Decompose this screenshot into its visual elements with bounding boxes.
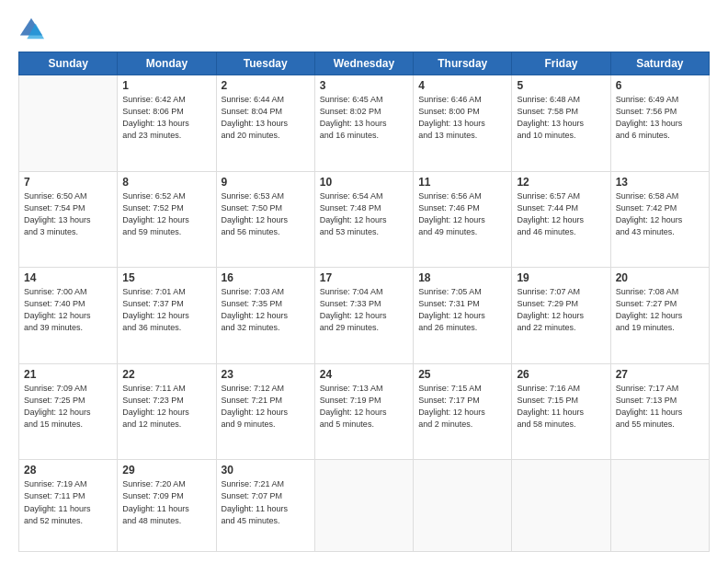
day-number: 14	[24, 271, 112, 284]
calendar-cell	[512, 460, 610, 552]
day-info: Sunrise: 6:48 AM Sunset: 7:58 PM Dayligh…	[517, 94, 605, 142]
calendar-cell: 17Sunrise: 7:04 AM Sunset: 7:33 PM Dayli…	[314, 268, 413, 364]
day-info: Sunrise: 6:52 AM Sunset: 7:52 PM Dayligh…	[122, 190, 210, 238]
day-number: 16	[222, 271, 310, 284]
day-number: 6	[616, 79, 704, 92]
day-number: 4	[418, 79, 506, 92]
calendar-cell: 16Sunrise: 7:03 AM Sunset: 7:35 PM Dayli…	[216, 268, 314, 364]
calendar-cell	[19, 75, 118, 172]
day-info: Sunrise: 6:49 AM Sunset: 7:56 PM Dayligh…	[616, 94, 704, 142]
calendar-cell: 13Sunrise: 6:58 AM Sunset: 7:42 PM Dayli…	[610, 171, 709, 268]
logo-icon	[18, 17, 44, 42]
day-info: Sunrise: 6:42 AM Sunset: 8:06 PM Dayligh…	[122, 94, 210, 142]
day-info: Sunrise: 7:07 AM Sunset: 7:29 PM Dayligh…	[517, 286, 605, 334]
day-number: 7	[24, 176, 112, 189]
day-info: Sunrise: 7:04 AM Sunset: 7:33 PM Dayligh…	[320, 286, 408, 334]
calendar-cell: 1Sunrise: 6:42 AM Sunset: 8:06 PM Daylig…	[118, 75, 216, 172]
calendar-cell: 7Sunrise: 6:50 AM Sunset: 7:54 PM Daylig…	[19, 171, 118, 268]
day-info: Sunrise: 6:56 AM Sunset: 7:46 PM Dayligh…	[418, 190, 506, 238]
calendar-cell: 29Sunrise: 7:20 AM Sunset: 7:09 PM Dayli…	[118, 460, 216, 552]
weekday-header: Sunday	[19, 52, 118, 75]
calendar-cell: 19Sunrise: 7:07 AM Sunset: 7:29 PM Dayli…	[512, 268, 610, 364]
calendar-cell: 26Sunrise: 7:16 AM Sunset: 7:15 PM Dayli…	[512, 363, 610, 460]
calendar-cell: 11Sunrise: 6:56 AM Sunset: 7:46 PM Dayli…	[414, 171, 512, 268]
day-number: 22	[122, 368, 210, 381]
day-number: 3	[320, 79, 408, 92]
logo	[18, 17, 48, 42]
day-info: Sunrise: 7:21 AM Sunset: 7:07 PM Dayligh…	[222, 478, 310, 526]
calendar-cell: 2Sunrise: 6:44 AM Sunset: 8:04 PM Daylig…	[216, 75, 314, 172]
day-info: Sunrise: 6:44 AM Sunset: 8:04 PM Dayligh…	[222, 94, 310, 142]
day-info: Sunrise: 7:15 AM Sunset: 7:17 PM Dayligh…	[418, 383, 506, 431]
calendar-cell: 30Sunrise: 7:21 AM Sunset: 7:07 PM Dayli…	[216, 460, 314, 552]
calendar-week-row: 21Sunrise: 7:09 AM Sunset: 7:25 PM Dayli…	[19, 363, 710, 460]
day-info: Sunrise: 7:00 AM Sunset: 7:40 PM Dayligh…	[24, 286, 112, 334]
day-number: 8	[122, 176, 210, 189]
calendar-cell: 28Sunrise: 7:19 AM Sunset: 7:11 PM Dayli…	[19, 460, 118, 552]
calendar-week-row: 14Sunrise: 7:00 AM Sunset: 7:40 PM Dayli…	[19, 268, 710, 364]
day-number: 12	[517, 176, 605, 189]
calendar-cell: 25Sunrise: 7:15 AM Sunset: 7:17 PM Dayli…	[414, 363, 512, 460]
calendar-cell: 4Sunrise: 6:46 AM Sunset: 8:00 PM Daylig…	[414, 75, 512, 172]
day-info: Sunrise: 6:57 AM Sunset: 7:44 PM Dayligh…	[517, 190, 605, 238]
day-number: 10	[320, 176, 408, 189]
day-number: 15	[122, 271, 210, 284]
calendar-cell: 9Sunrise: 6:53 AM Sunset: 7:50 PM Daylig…	[216, 171, 314, 268]
day-info: Sunrise: 6:46 AM Sunset: 8:00 PM Dayligh…	[418, 94, 506, 142]
day-number: 18	[418, 271, 506, 284]
calendar-cell: 10Sunrise: 6:54 AM Sunset: 7:48 PM Dayli…	[314, 171, 413, 268]
calendar-table: SundayMondayTuesdayWednesdayThursdayFrid…	[18, 52, 710, 552]
calendar-cell	[610, 460, 709, 552]
calendar-cell: 14Sunrise: 7:00 AM Sunset: 7:40 PM Dayli…	[19, 268, 118, 364]
day-info: Sunrise: 7:20 AM Sunset: 7:09 PM Dayligh…	[122, 478, 210, 526]
calendar-cell: 15Sunrise: 7:01 AM Sunset: 7:37 PM Dayli…	[118, 268, 216, 364]
day-number: 9	[222, 176, 310, 189]
weekday-header: Wednesday	[314, 52, 413, 75]
page: SundayMondayTuesdayWednesdayThursdayFrid…	[0, 0, 728, 563]
day-number: 29	[122, 464, 210, 477]
day-info: Sunrise: 7:08 AM Sunset: 7:27 PM Dayligh…	[616, 286, 704, 334]
day-number: 24	[320, 368, 408, 381]
calendar-week-row: 1Sunrise: 6:42 AM Sunset: 8:06 PM Daylig…	[19, 75, 710, 172]
calendar-cell: 8Sunrise: 6:52 AM Sunset: 7:52 PM Daylig…	[118, 171, 216, 268]
day-info: Sunrise: 7:13 AM Sunset: 7:19 PM Dayligh…	[320, 383, 408, 431]
calendar-cell	[314, 460, 413, 552]
day-info: Sunrise: 7:09 AM Sunset: 7:25 PM Dayligh…	[24, 383, 112, 431]
day-number: 11	[418, 176, 506, 189]
calendar-cell: 18Sunrise: 7:05 AM Sunset: 7:31 PM Dayli…	[414, 268, 512, 364]
calendar-cell: 21Sunrise: 7:09 AM Sunset: 7:25 PM Dayli…	[19, 363, 118, 460]
day-number: 23	[222, 368, 310, 381]
calendar-week-row: 7Sunrise: 6:50 AM Sunset: 7:54 PM Daylig…	[19, 171, 710, 268]
day-info: Sunrise: 7:01 AM Sunset: 7:37 PM Dayligh…	[122, 286, 210, 334]
day-number: 26	[517, 368, 605, 381]
day-number: 30	[222, 464, 310, 477]
day-number: 28	[24, 464, 112, 477]
calendar-cell: 24Sunrise: 7:13 AM Sunset: 7:19 PM Dayli…	[314, 363, 413, 460]
calendar-cell: 6Sunrise: 6:49 AM Sunset: 7:56 PM Daylig…	[610, 75, 709, 172]
calendar-cell: 5Sunrise: 6:48 AM Sunset: 7:58 PM Daylig…	[512, 75, 610, 172]
weekday-header: Monday	[118, 52, 216, 75]
day-number: 5	[517, 79, 605, 92]
day-info: Sunrise: 6:45 AM Sunset: 8:02 PM Dayligh…	[320, 94, 408, 142]
day-number: 19	[517, 271, 605, 284]
day-info: Sunrise: 7:17 AM Sunset: 7:13 PM Dayligh…	[616, 383, 704, 431]
calendar-cell: 27Sunrise: 7:17 AM Sunset: 7:13 PM Dayli…	[610, 363, 709, 460]
day-number: 13	[616, 176, 704, 189]
weekday-header: Thursday	[414, 52, 512, 75]
calendar-cell: 22Sunrise: 7:11 AM Sunset: 7:23 PM Dayli…	[118, 363, 216, 460]
day-info: Sunrise: 6:54 AM Sunset: 7:48 PM Dayligh…	[320, 190, 408, 238]
day-number: 1	[122, 79, 210, 92]
day-number: 21	[24, 368, 112, 381]
day-info: Sunrise: 6:53 AM Sunset: 7:50 PM Dayligh…	[222, 190, 310, 238]
day-info: Sunrise: 7:11 AM Sunset: 7:23 PM Dayligh…	[122, 383, 210, 431]
day-info: Sunrise: 7:05 AM Sunset: 7:31 PM Dayligh…	[418, 286, 506, 334]
day-info: Sunrise: 7:19 AM Sunset: 7:11 PM Dayligh…	[24, 478, 112, 526]
weekday-header: Friday	[512, 52, 610, 75]
calendar-cell: 20Sunrise: 7:08 AM Sunset: 7:27 PM Dayli…	[610, 268, 709, 364]
calendar-cell: 3Sunrise: 6:45 AM Sunset: 8:02 PM Daylig…	[314, 75, 413, 172]
day-info: Sunrise: 7:12 AM Sunset: 7:21 PM Dayligh…	[222, 383, 310, 431]
calendar-cell	[414, 460, 512, 552]
day-info: Sunrise: 6:50 AM Sunset: 7:54 PM Dayligh…	[24, 190, 112, 238]
calendar-header-row: SundayMondayTuesdayWednesdayThursdayFrid…	[19, 52, 710, 75]
day-number: 27	[616, 368, 704, 381]
